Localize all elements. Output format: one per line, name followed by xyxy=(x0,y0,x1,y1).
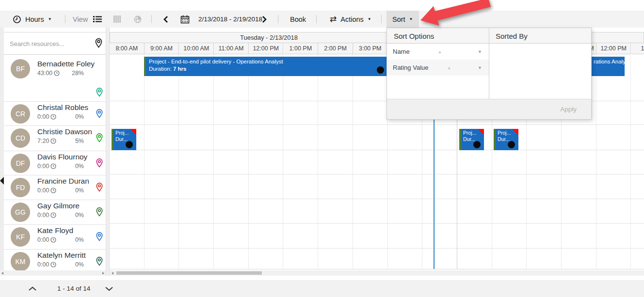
resource-row[interactable]: GG Gay Gilmore 0:00 0% xyxy=(4,200,106,225)
sort-option-name[interactable]: Name ▲ ▼ xyxy=(387,44,489,60)
sort-label: Sort xyxy=(392,16,405,23)
map-pin-icon[interactable] xyxy=(96,109,103,119)
resource-hours: 0:00 xyxy=(37,187,49,194)
sort-asc-icon[interactable]: ▲ xyxy=(437,49,442,54)
scroll-left-icon[interactable] xyxy=(1,272,3,275)
map-pin-icon[interactable] xyxy=(95,38,103,48)
actions-label: Actions xyxy=(340,16,364,23)
scrollbar-thumb[interactable] xyxy=(116,271,262,275)
sort-option-label: Name xyxy=(393,48,410,55)
toolbar: Hours ▼ View 2/13/2018 - 2/19/2018 Book xyxy=(0,11,644,28)
chevron-left-icon xyxy=(163,16,168,23)
apply-button[interactable]: Apply xyxy=(560,106,577,113)
sort-asc-icon[interactable]: ▲ xyxy=(447,65,451,70)
map-pin-icon[interactable] xyxy=(96,232,103,242)
time-cell: 1:00 PM xyxy=(284,43,319,54)
sort-popup-footer: Apply xyxy=(387,99,591,119)
collapse-handle-icon[interactable] xyxy=(0,177,4,185)
event-title: rations Analyst xyxy=(594,59,625,64)
list-view-button[interactable] xyxy=(93,11,102,28)
resource-name: Francine Duran xyxy=(37,177,98,186)
pager-bar: 1 - 14 of 14 xyxy=(0,280,644,297)
clock-small-icon xyxy=(50,212,56,218)
book-button[interactable]: Book xyxy=(290,11,306,28)
event-duration: Dur... xyxy=(463,136,484,142)
alert-corner-icon xyxy=(512,129,518,135)
map-pin-icon[interactable] xyxy=(96,182,103,192)
sort-option-rating-value[interactable]: Rating Value ▲ ▼ xyxy=(387,60,489,76)
avatar: CD xyxy=(11,128,30,148)
resource-name: Davis Flournoy xyxy=(37,153,98,161)
resource-row[interactable]: FD Francine Duran 0:00 0% xyxy=(4,175,106,200)
alert-corner-icon xyxy=(130,129,136,135)
toolbar-separator xyxy=(151,15,152,23)
actions-dropdown[interactable]: ⇄ Actions ▼ xyxy=(330,11,371,28)
sort-dropdown[interactable]: Sort ▼ xyxy=(386,11,419,28)
resource-hours: 0:00 xyxy=(37,113,49,120)
calendar-icon xyxy=(180,15,190,24)
toolbar-separator xyxy=(278,15,278,23)
resource-row[interactable]: KF Kate Floyd 0:00 0% xyxy=(4,225,106,250)
map-pin-icon[interactable] xyxy=(96,158,103,168)
map-pin-icon[interactable] xyxy=(96,256,103,266)
sort-popup: Sort Options Sorted By Name ▲ ▼ Rating V… xyxy=(386,28,592,120)
chevron-down-icon xyxy=(105,286,113,291)
avatar: CR xyxy=(11,104,30,124)
next-week-button[interactable] xyxy=(262,11,267,28)
sort-desc-icon[interactable]: ▼ xyxy=(478,49,482,54)
chevron-right-icon xyxy=(262,16,267,23)
sidebar-hscrollbar[interactable] xyxy=(0,270,106,276)
panel-splitter[interactable] xyxy=(106,28,110,276)
event-status-dot xyxy=(508,141,515,148)
clock-small-icon xyxy=(50,262,56,267)
map-pin-icon[interactable] xyxy=(96,133,103,143)
globe-view-button[interactable] xyxy=(134,11,142,28)
event-block[interactable]: Proj... Dur... xyxy=(459,129,484,150)
columns-view-icon xyxy=(113,16,121,23)
map-pin-icon[interactable] xyxy=(96,87,103,97)
clock-small-icon xyxy=(50,163,56,169)
columns-view-button[interactable] xyxy=(113,11,121,28)
resource-percent: 0% xyxy=(75,187,84,194)
resource-name: Christie Dawson xyxy=(37,127,98,136)
resource-row[interactable]: CR Christal Robles 0:00 0% xyxy=(4,102,106,126)
search-input[interactable] xyxy=(10,37,87,50)
resource-row[interactable]: BF Bernadette Foley 43:00 28% xyxy=(4,55,106,102)
resource-row[interactable]: CD Christie Dawson 7:20 5% xyxy=(4,126,106,151)
event-status-dot xyxy=(126,141,133,148)
prev-week-button[interactable] xyxy=(163,11,168,28)
hours-dropdown[interactable]: Hours ▼ xyxy=(13,11,52,28)
timeline-hscrollbar[interactable] xyxy=(110,270,644,276)
time-cell: 2:00 PM xyxy=(318,43,353,54)
map-pin-icon[interactable] xyxy=(96,207,103,217)
time-cell: 3:00 PM xyxy=(353,43,388,54)
avatar: GG xyxy=(11,203,30,222)
scroll-right-icon[interactable] xyxy=(102,272,104,275)
event-status-dot xyxy=(473,141,481,148)
sort-option-label: Rating Value xyxy=(393,64,428,71)
chevron-up-icon xyxy=(28,286,37,291)
resource-row[interactable]: KM Katelyn Merritt 0:00 0% xyxy=(4,250,106,270)
resource-hours: 0:00 xyxy=(37,261,49,268)
event-duration-value: 7 hrs xyxy=(173,66,187,72)
pager-up-button[interactable] xyxy=(28,286,37,291)
time-cell: 9:00 AM xyxy=(145,43,179,54)
pager-down-button[interactable] xyxy=(105,286,113,291)
sort-desc-icon[interactable]: ▼ xyxy=(478,65,482,70)
event-block[interactable]: Proj... Dur... xyxy=(112,129,136,150)
swap-icon: ⇄ xyxy=(330,14,337,24)
event-block[interactable]: Proj... Dur... xyxy=(494,129,518,150)
event-bar[interactable]: Project - End-to-end pilot delivery - Op… xyxy=(144,57,388,76)
event-title: Project - End-to-end pilot delivery - Op… xyxy=(149,59,388,64)
time-cell: 10:00 AM xyxy=(179,43,214,54)
scroll-left-icon[interactable] xyxy=(112,272,113,275)
avatar: KF xyxy=(11,227,30,247)
calendar-button[interactable] xyxy=(180,11,190,28)
resource-name: Kate Floyd xyxy=(37,226,98,235)
date-range: 2/13/2018 - 2/19/2018 xyxy=(198,11,262,28)
globe-icon xyxy=(134,16,142,23)
resource-row[interactable]: DF Davis Flournoy 0:00 0% xyxy=(4,151,106,175)
clock-small-icon xyxy=(50,188,56,193)
resource-name: Bernadette Foley xyxy=(37,60,98,68)
resource-sidebar: BF Bernadette Foley 43:00 28% CR Christa… xyxy=(4,32,106,270)
